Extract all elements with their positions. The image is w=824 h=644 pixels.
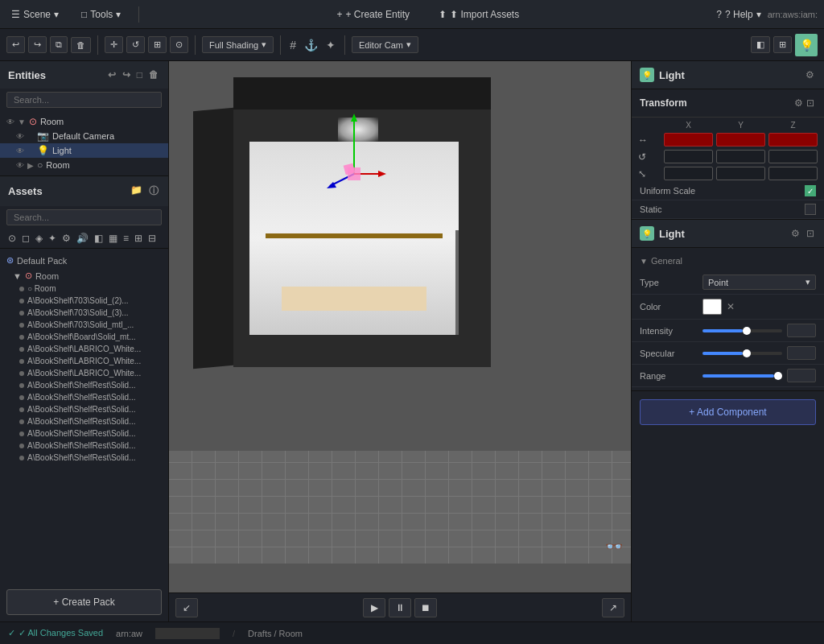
- add-entities-icon[interactable]: □: [135, 68, 144, 82]
- asset-icon-2[interactable]: ◻: [20, 232, 31, 245]
- vr-icon[interactable]: 👓: [605, 538, 623, 555]
- asset-item-7[interactable]: A\BookShelf\LABRICO_White...: [0, 367, 168, 379]
- asset-icon-4[interactable]: ✦: [47, 232, 58, 245]
- expand-icon[interactable]: ▼: [18, 118, 26, 126]
- assets-info-icon[interactable]: ⓘ: [147, 183, 160, 200]
- create-entity-button[interactable]: + + Create Entity: [328, 6, 418, 23]
- position-y-input[interactable]: 20.99334: [716, 133, 765, 147]
- import-assets-button[interactable]: ⬆ ⬆ Import Assets: [431, 6, 527, 23]
- translate-tool[interactable]: ✛: [105, 36, 123, 53]
- help-button[interactable]: ? ? Help ▾: [716, 9, 760, 20]
- tools-menu[interactable]: □ Tools ▾: [76, 6, 126, 23]
- asset-group-default-pack[interactable]: ⊛ Default Pack: [0, 252, 168, 269]
- forward-icon[interactable]: ↗: [602, 598, 624, 617]
- anchor-icon[interactable]: ⚓: [302, 36, 320, 54]
- asset-icon-7[interactable]: ◧: [93, 232, 105, 245]
- asset-subgroup-room[interactable]: ▼ ⊙ Room: [0, 269, 168, 283]
- entity-settings-icon[interactable]: ⚙: [804, 68, 816, 82]
- view-split-button[interactable]: ⊞: [773, 36, 792, 53]
- asset-icon-3[interactable]: ◈: [34, 232, 44, 245]
- asset-item-5[interactable]: A\BookShelf\LABRICO_White...: [0, 343, 168, 355]
- delete-button[interactable]: 🗑: [71, 37, 91, 53]
- viewport-forward-button[interactable]: ↗: [602, 598, 624, 617]
- asset-item-10[interactable]: A\BookShelf\ShelfRest\Solid...: [0, 403, 168, 415]
- asset-icon-11[interactable]: ⊟: [146, 232, 158, 245]
- range-slider-thumb[interactable]: [774, 372, 782, 380]
- asset-item-3[interactable]: A\BookShelf\703\Solid_mtl_...: [0, 319, 168, 331]
- snap-tool[interactable]: ⊙: [170, 36, 188, 53]
- asset-item-14[interactable]: A\BookShelf\ShelfRest\Solid...: [0, 452, 168, 464]
- add-component-button[interactable]: + Add Component: [640, 399, 816, 425]
- rotation-y-input[interactable]: 0: [716, 150, 765, 163]
- eye-icon-room[interactable]: 👁: [16, 161, 24, 170]
- assets-folder-icon[interactable]: 📁: [129, 183, 144, 200]
- assets-search-input[interactable]: [6, 209, 162, 225]
- eye-icon-camera[interactable]: 👁: [16, 132, 24, 141]
- position-x-input[interactable]: 30.06253: [664, 133, 713, 147]
- asset-icon-8[interactable]: ▦: [107, 232, 119, 245]
- light-toggle-button[interactable]: 💡: [795, 34, 818, 56]
- asset-item-11[interactable]: A\BookShelf\ShelfRest\Solid...: [0, 415, 168, 427]
- viewport[interactable]: 👓 ↙ ▶ ⏸ ⏹ ↗: [169, 61, 631, 621]
- redo-button[interactable]: ↪: [28, 36, 47, 53]
- stop-button[interactable]: ⏹: [414, 598, 437, 617]
- asset-icon-6[interactable]: 🔊: [75, 232, 90, 245]
- intensity-slider-thumb[interactable]: [743, 327, 751, 335]
- rotate-tool[interactable]: ↺: [126, 36, 145, 53]
- asset-item-room[interactable]: ○ Room: [0, 283, 168, 295]
- tree-item-light[interactable]: 👁 💡 Light: [0, 143, 168, 158]
- asset-item-6[interactable]: A\BookShelf\LABRICO_White...: [0, 355, 168, 367]
- asset-icon-5[interactable]: ⚙: [60, 232, 72, 245]
- eye-icon-light[interactable]: 👁: [16, 147, 24, 155]
- pause-button[interactable]: ⏸: [389, 598, 411, 617]
- undo-entities-icon[interactable]: ↩: [106, 68, 117, 82]
- scale-z-input[interactable]: 1: [768, 167, 818, 180]
- duplicate-button[interactable]: ⧉: [50, 36, 68, 53]
- asset-icon-1[interactable]: ⊙: [6, 232, 18, 245]
- view-2d-button[interactable]: ◧: [751, 36, 770, 53]
- scale-tool[interactable]: ⊞: [148, 36, 167, 53]
- transform-icon[interactable]: ✦: [323, 36, 338, 54]
- undo-button[interactable]: ↩: [6, 36, 25, 53]
- color-swatch[interactable]: [702, 299, 722, 315]
- scale-x-input[interactable]: 1: [664, 167, 713, 180]
- transform-expand-icon[interactable]: ⊡: [805, 96, 816, 110]
- specular-input[interactable]: 1: [787, 346, 816, 360]
- specular-slider-thumb[interactable]: [743, 349, 751, 357]
- shading-dropdown[interactable]: Full Shading ▾: [202, 36, 274, 53]
- tree-item-camera[interactable]: 👁 📷 Default Camera: [0, 129, 168, 143]
- camera-dropdown[interactable]: Editor Cam ▾: [352, 36, 418, 53]
- redo-entities-icon[interactable]: ↪: [121, 68, 132, 82]
- static-checkbox[interactable]: [805, 204, 816, 215]
- back-icon[interactable]: ↙: [175, 598, 198, 617]
- light-expand-icon[interactable]: ⊡: [805, 226, 816, 241]
- uniform-scale-checkbox[interactable]: ✓: [805, 185, 816, 196]
- scale-y-input[interactable]: 1: [716, 167, 765, 180]
- asset-item-9[interactable]: A\BookShelf\ShelfRest\Solid...: [0, 391, 168, 403]
- asset-item-12[interactable]: A\BookShelf\ShelfRest\Solid...: [0, 427, 168, 440]
- delete-entities-icon[interactable]: 🗑: [147, 68, 160, 82]
- tree-item-room-root[interactable]: 👁 ▼ ⊙ Room: [0, 114, 168, 129]
- asset-item-8[interactable]: A\BookShelf\ShelfRest\Solid...: [0, 379, 168, 391]
- range-input[interactable]: 1000: [787, 369, 816, 382]
- light-settings-icon[interactable]: ⚙: [789, 226, 801, 241]
- asset-icon-9[interactable]: ≡: [122, 232, 130, 245]
- intensity-input[interactable]: 1: [787, 324, 816, 337]
- viewport-back-button[interactable]: ↙: [175, 598, 198, 617]
- rotation-x-input[interactable]: 0: [664, 150, 713, 163]
- create-pack-button[interactable]: + Create Pack: [6, 589, 162, 615]
- play-button[interactable]: ▶: [363, 598, 385, 617]
- color-reset-icon[interactable]: ✕: [727, 301, 735, 312]
- asset-icon-10[interactable]: ⊞: [133, 232, 144, 245]
- asset-item-2[interactable]: A\BookShelf\703\Solid_(3)...: [0, 307, 168, 319]
- general-section-header[interactable]: ▼ General: [632, 251, 824, 270]
- grid-icon[interactable]: #: [287, 36, 299, 54]
- asset-item-13[interactable]: A\BookShelf\ShelfRest\Solid...: [0, 440, 168, 452]
- asset-item-1[interactable]: A\BookShelf\703\Solid_(2)...: [0, 295, 168, 307]
- asset-item-4[interactable]: A\BookShelf\Board\Solid_mt...: [0, 331, 168, 343]
- tree-item-room-child[interactable]: 👁 ▶ ○ Room: [0, 158, 168, 172]
- type-dropdown[interactable]: Point ▾: [702, 275, 816, 290]
- position-z-input[interactable]: -9.156144: [768, 133, 818, 147]
- transform-settings-icon[interactable]: ⚙: [793, 96, 805, 110]
- eye-icon[interactable]: 👁: [6, 118, 14, 126]
